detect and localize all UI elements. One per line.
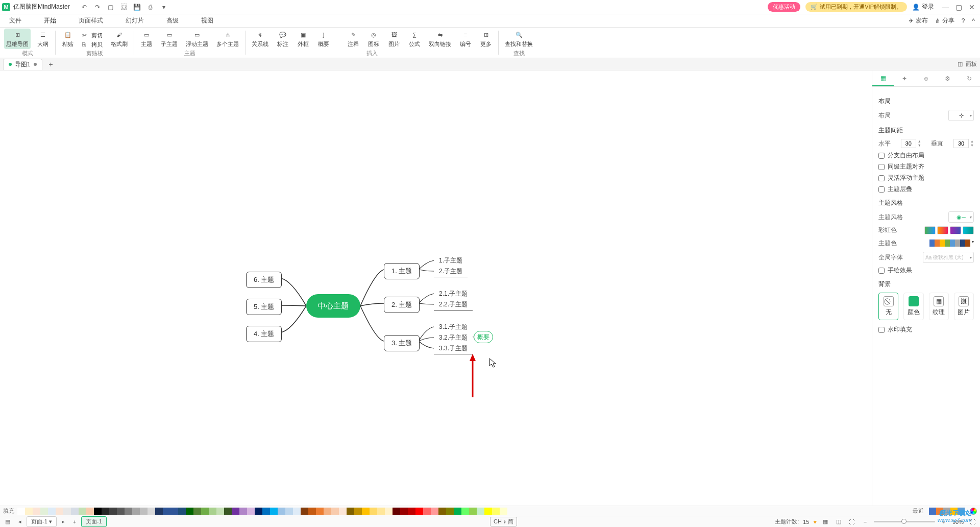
color-swatch[interactable] <box>178 508 186 515</box>
topic-1[interactable]: 1. 主题 <box>384 263 420 279</box>
trial-badge[interactable]: 🛒 试用已到期，开通VIP解锁限制。 <box>805 2 907 12</box>
boundary-button[interactable]: ▣外框 <box>295 29 311 49</box>
tag-button[interactable]: ◎图标 <box>365 29 382 49</box>
note-button[interactable]: ✎注释 <box>345 29 361 49</box>
theme-color-strip[interactable]: ▾ <box>929 239 974 247</box>
topic-6[interactable]: 6. 主题 <box>246 272 282 288</box>
subtopic-1-1[interactable]: 1.子主题 <box>434 255 468 267</box>
image-button[interactable]: 🖼图片 <box>386 29 402 49</box>
color-swatch[interactable] <box>308 508 316 515</box>
bg-none[interactable]: ⃠无 <box>878 293 898 320</box>
numbering-button[interactable]: ≡编号 <box>457 29 474 49</box>
subtopic-3-2[interactable]: 3.2.子主题 <box>434 332 473 344</box>
color-swatch[interactable] <box>117 508 125 515</box>
color-swatch[interactable] <box>148 508 155 515</box>
add-tab-button[interactable]: + <box>46 60 56 69</box>
color-swatch[interactable] <box>301 508 308 515</box>
color-swatch[interactable] <box>393 508 400 515</box>
topic-2[interactable]: 2. 主题 <box>384 297 420 313</box>
fit-icon[interactable]: ⛶ <box>847 517 856 526</box>
rpanel-tab-layout[interactable]: ▦ <box>872 70 894 86</box>
prev-page-icon[interactable]: ◂ <box>15 517 24 526</box>
color-swatch[interactable] <box>431 508 438 515</box>
chk-float[interactable]: 灵活浮动主题 <box>878 174 974 182</box>
subtopic-3-3[interactable]: 3.3.子主题 <box>434 343 473 354</box>
bg-image[interactable]: 🖼图片 <box>954 293 974 320</box>
palette-4[interactable] <box>963 226 974 234</box>
color-swatch[interactable] <box>492 508 500 515</box>
up-icon[interactable]: ▲ <box>918 139 921 143</box>
subtopic-2-1[interactable]: 2.1.子主题 <box>434 289 473 300</box>
next-page-icon[interactable]: ▸ <box>59 517 68 526</box>
zoom-slider[interactable] <box>874 521 935 522</box>
color-swatch[interactable] <box>109 508 117 515</box>
color-swatch[interactable] <box>125 508 132 515</box>
color-swatch[interactable] <box>79 508 86 515</box>
publish-link[interactable]: ✈发布 <box>909 16 928 25</box>
bg-texture[interactable]: ▦纹理 <box>929 293 949 320</box>
color-swatch[interactable] <box>285 508 293 515</box>
color-swatch[interactable] <box>33 508 40 515</box>
chk-watermark[interactable]: 水印填充 <box>878 325 974 334</box>
color-swatch[interactable] <box>400 508 408 515</box>
zoom-thumb[interactable] <box>901 519 906 524</box>
floating-topic-button[interactable]: ▭浮动主题 <box>184 29 210 49</box>
color-swatch[interactable] <box>216 508 224 515</box>
color-swatch[interactable] <box>232 508 239 515</box>
mindmap-mode-button[interactable]: ⊞思维导图 <box>4 29 31 49</box>
menu-advanced[interactable]: 高级 <box>162 14 183 27</box>
chk-free-layout[interactable]: 分支自由布局 <box>878 151 974 160</box>
color-swatch[interactable] <box>255 508 262 515</box>
zoom-out-icon[interactable]: − <box>861 517 870 526</box>
paste-button[interactable]: 📋粘贴 <box>60 29 76 49</box>
copy-button[interactable]: ⎘拷贝 <box>80 40 105 49</box>
color-swatch[interactable] <box>415 508 423 515</box>
promo-badge[interactable]: 优惠活动 <box>768 2 800 12</box>
bg-color[interactable]: 颜色 <box>903 293 923 320</box>
summary-button[interactable]: }概要 <box>315 29 332 49</box>
maximize-button[interactable]: ▢ <box>952 1 965 13</box>
bilink-button[interactable]: ⇋双向链接 <box>427 29 453 49</box>
subtopic-2-2[interactable]: 2.2.子主题 <box>434 299 473 310</box>
add-page-icon[interactable]: + <box>70 517 79 526</box>
center-topic[interactable]: 中心主题 <box>306 294 360 318</box>
rpanel-tab-icon[interactable]: ☺ <box>915 70 937 86</box>
format-painter-button[interactable]: 🖌格式刷 <box>109 29 130 49</box>
color-swatch[interactable] <box>446 508 454 515</box>
color-swatch[interactable] <box>377 508 385 515</box>
topic-4[interactable]: 4. 主题 <box>246 326 282 342</box>
color-swatch[interactable] <box>25 508 33 515</box>
color-swatch[interactable] <box>201 508 209 515</box>
horiz-spinner[interactable]: ▲▼ <box>901 139 921 148</box>
view-mode-1-icon[interactable]: ▦ <box>821 517 830 526</box>
menu-slideshow[interactable]: 幻灯片 <box>121 14 148 27</box>
summary-node[interactable]: 概要 <box>474 331 493 343</box>
print-icon[interactable]: ⎙ <box>146 3 155 11</box>
callout-button[interactable]: 💬标注 <box>275 29 291 49</box>
color-swatch[interactable] <box>469 508 477 515</box>
color-swatch[interactable] <box>71 508 79 515</box>
panel-toggle-label[interactable]: 面板 <box>966 60 977 68</box>
topic-button[interactable]: ▭主题 <box>138 29 155 49</box>
relation-button[interactable]: ↯关系线 <box>250 29 271 49</box>
formula-button[interactable]: ∑公式 <box>406 29 423 49</box>
page-tab-1[interactable]: 页面-1 <box>81 516 107 527</box>
color-swatch[interactable] <box>408 508 415 515</box>
cut-button[interactable]: ✂剪切 <box>80 31 105 40</box>
subtopic-1-2[interactable]: 2.子主题 <box>434 266 468 277</box>
color-swatch[interactable] <box>186 508 193 515</box>
color-swatch[interactable] <box>63 508 71 515</box>
style-dropdown[interactable]: ◉─▾ <box>948 211 974 223</box>
color-swatch[interactable] <box>193 508 201 515</box>
open-icon[interactable]: ⿴ <box>120 3 128 11</box>
color-swatch[interactable] <box>94 508 102 515</box>
color-swatch[interactable] <box>170 508 178 515</box>
view-mode-2-icon[interactable]: ◫ <box>834 517 843 526</box>
color-swatch[interactable] <box>385 508 393 515</box>
more-insert-button[interactable]: ⊞更多 <box>478 29 494 49</box>
outline-mode-button[interactable]: ☰大纲 <box>35 29 51 49</box>
vert-input[interactable] <box>953 139 969 148</box>
palette-1[interactable] <box>924 226 936 234</box>
color-swatch[interactable] <box>362 508 370 515</box>
layout-dropdown[interactable]: ⊹▾ <box>948 110 974 121</box>
